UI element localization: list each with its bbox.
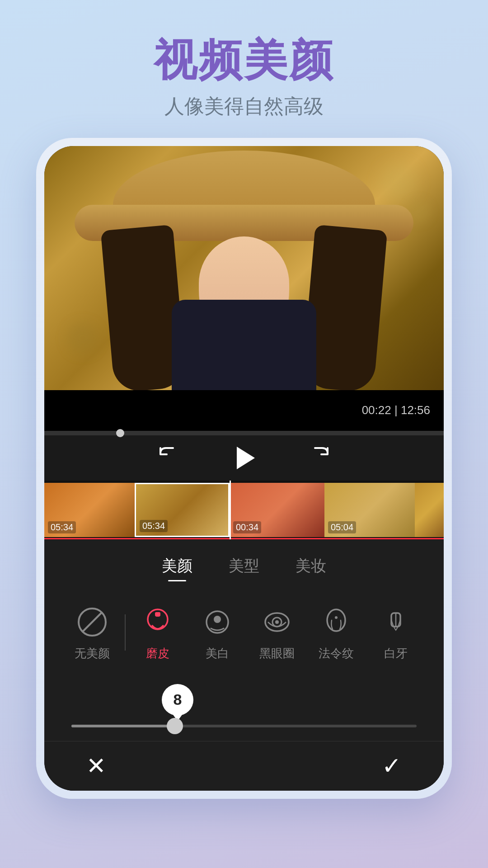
thumbnail-3[interactable]: 00:34 <box>230 483 324 537</box>
slider-value-bubble: 8 <box>162 684 193 716</box>
tabs-row: 美颜 美型 美妆 <box>44 539 444 590</box>
timeline-cursor <box>230 481 231 539</box>
thumbnail-5[interactable] <box>415 483 444 537</box>
darkcircle-icon <box>259 604 295 640</box>
video-image <box>44 146 444 390</box>
slider-fill <box>71 725 175 727</box>
body-shape <box>172 300 316 390</box>
cancel-icon: ✕ <box>86 752 106 779</box>
header-section: 视频美颜 人像美得自然高级 <box>0 0 488 138</box>
svg-point-10 <box>327 609 345 631</box>
beauty-option-whiten[interactable]: 美白 <box>190 604 244 661</box>
thumb-time-4: 05:04 <box>328 521 356 533</box>
svg-rect-4 <box>155 612 160 615</box>
beauty-option-darkcircle[interactable]: 黑眼圈 <box>250 604 304 661</box>
thumbnail-4[interactable]: 05:04 <box>324 483 415 537</box>
beauty-options-row: 无美颜 磨皮 <box>44 590 444 675</box>
thumb-time-3: 00:34 <box>233 521 261 533</box>
video-preview <box>44 146 444 390</box>
no-beauty-icon <box>74 604 110 640</box>
beauty-divider <box>125 614 126 651</box>
confirm-button[interactable]: ✓ <box>376 750 408 782</box>
redo-button[interactable] <box>310 444 332 472</box>
bokeh-decoration-3 <box>67 322 99 354</box>
confirm-icon: ✓ <box>382 752 402 779</box>
svg-point-9 <box>275 620 279 624</box>
phone-inner: 00:22 | 12:56 <box>44 146 444 791</box>
video-time: 00:22 | 12:56 <box>362 403 430 417</box>
undo-button[interactable] <box>156 444 178 472</box>
woman-silhouette <box>44 146 444 390</box>
timeline-red-line <box>44 538 444 539</box>
thumbnail-strip[interactable]: 05:34 05:34 00:34 05:04 <box>44 481 444 539</box>
play-icon <box>237 447 255 469</box>
svg-point-11 <box>335 616 338 619</box>
nasolabial-icon <box>318 604 354 640</box>
svg-line-1 <box>83 613 101 631</box>
slider-section: 8 <box>44 675 444 741</box>
bokeh-decoration-1 <box>380 164 417 200</box>
teeth-label: 白牙 <box>384 646 408 661</box>
tab-makeup[interactable]: 美妆 <box>296 556 326 581</box>
tab-shape[interactable]: 美型 <box>229 556 259 581</box>
play-button[interactable] <box>233 447 255 469</box>
scrubber-thumb[interactable] <box>116 429 124 437</box>
tab-beauty-underline <box>168 580 186 581</box>
whiten-label: 美白 <box>206 646 229 661</box>
bottom-panel: 美颜 美型 美妆 <box>44 539 444 791</box>
tab-beauty[interactable]: 美颜 <box>162 556 192 581</box>
action-bar: ✕ ✓ <box>44 741 444 791</box>
darkcircle-label: 黑眼圈 <box>259 646 295 661</box>
beauty-option-smooth[interactable]: 磨皮 <box>131 604 185 661</box>
thumb-time-1: 05:34 <box>48 521 76 533</box>
beauty-option-none[interactable]: 无美颜 <box>65 604 119 661</box>
phone-frame: 00:22 | 12:56 <box>36 138 452 799</box>
thumb-time-2: 05:34 <box>140 520 168 532</box>
nasolabial-label: 法令纹 <box>319 646 354 661</box>
scrubber-bar[interactable] <box>44 431 444 435</box>
slider-handle[interactable] <box>167 718 183 734</box>
playback-controls <box>44 435 444 481</box>
smooth-label: 磨皮 <box>146 646 169 661</box>
tab-shape-label: 美型 <box>229 556 259 576</box>
teeth-icon <box>378 604 414 640</box>
beauty-option-teeth[interactable]: 白牙 <box>369 604 423 661</box>
thumbnail-2[interactable]: 05:34 <box>135 483 230 537</box>
no-beauty-label: 无美颜 <box>75 646 110 661</box>
cancel-button[interactable]: ✕ <box>80 750 112 782</box>
video-time-bar: 00:22 | 12:56 <box>44 390 444 431</box>
page-title: 视频美颜 <box>154 36 334 84</box>
smooth-icon <box>140 604 176 640</box>
beauty-option-nasolabial[interactable]: 法令纹 <box>309 604 363 661</box>
tab-beauty-label: 美颜 <box>162 556 192 576</box>
slider-track[interactable] <box>71 725 417 727</box>
svg-point-6 <box>214 616 221 623</box>
whiten-icon <box>199 604 235 640</box>
page-subtitle: 人像美得自然高级 <box>164 93 324 120</box>
thumbnail-1[interactable]: 05:34 <box>44 483 135 537</box>
tab-makeup-label: 美妆 <box>296 556 326 576</box>
